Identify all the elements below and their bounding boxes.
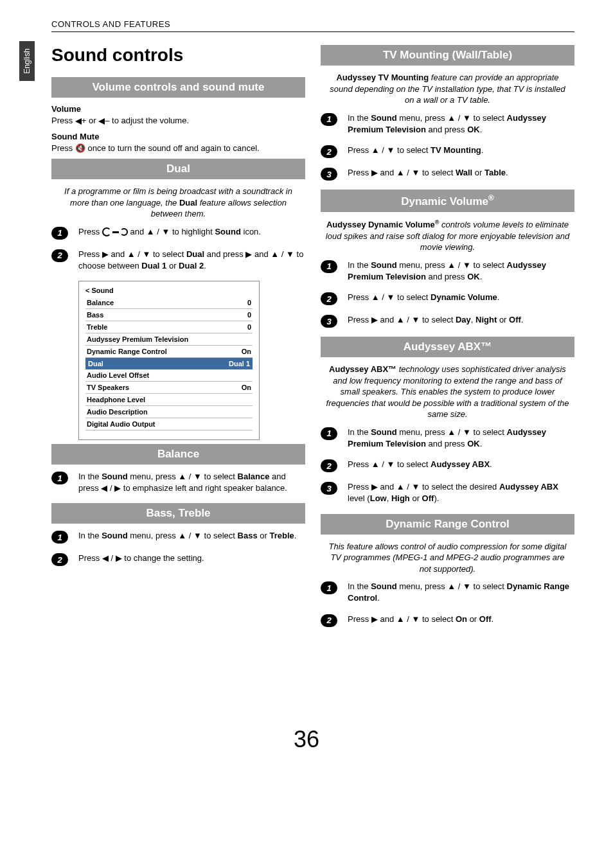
txt: and press (426, 272, 467, 281)
txt: or (258, 531, 270, 540)
dynvol-intro: Audyssey Dynamic Volume® controls volume… (324, 218, 571, 253)
txt: or (497, 315, 509, 324)
step-number-icon: 1 (321, 581, 337, 594)
txt: Dual (179, 198, 197, 208)
txt: Press ▶ and ▲ / ▼ to select (348, 614, 456, 624)
left-column: Sound controls Volume controls and sound… (51, 41, 305, 636)
menu-row-value: 0 (247, 323, 251, 331)
dynvol-step-3: 3 Press ▶ and ▲ / ▼ to select Day, Night… (321, 314, 574, 328)
txt: Dual (186, 249, 204, 259)
menu-row: Treble0 (85, 321, 253, 333)
dynvol-step-2: 2 Press ▲ / ▼ to select Dynamic Volume. (321, 292, 574, 305)
txt: Press ▶ and ▲ / ▼ to select (348, 315, 456, 324)
menu-row-label: Dual (88, 360, 103, 368)
txt: . (506, 168, 508, 177)
txt: Press ▲ / ▼ to select (348, 145, 431, 155)
txt: Sound (371, 260, 396, 270)
txt: Treble (269, 531, 294, 540)
txt: Press ▲ / ▼ to select (348, 292, 431, 302)
txt: menu, press ▲ / ▼ to select (128, 472, 238, 481)
txt: Dual 2 (179, 261, 204, 270)
txt: , (387, 493, 391, 503)
txt: Off (422, 493, 434, 503)
txt: In the (348, 113, 371, 123)
txt: or (166, 261, 179, 270)
balance-step-1: 1 In the Sound menu, press ▲ / ▼ to sele… (51, 471, 305, 494)
txt: OK (467, 272, 480, 281)
txt: . (497, 292, 500, 302)
txt: Sound (371, 113, 396, 123)
txt: . (204, 261, 206, 270)
menu-title: < Sound (85, 287, 253, 294)
step-text: Press ▶ and ▲ / ▼ to select Wall or Tabl… (348, 167, 574, 179)
txt: Press ▶ and ▲ / ▼ to select (348, 168, 456, 177)
step-number-icon: 1 (321, 113, 337, 126)
section-dynvol-bar: Dynamic Volume® (321, 190, 574, 212)
dual-intro: If a programme or film is being broadcas… (55, 186, 301, 220)
step-number-icon: 1 (51, 227, 68, 240)
step-text: Press and ▲ / ▼ to highlight Sound icon. (78, 226, 305, 238)
txt: Balance (238, 472, 270, 481)
abx-intro: Audyssey ABX™ technology uses sophistica… (324, 364, 571, 420)
txt: . (294, 531, 297, 540)
basstreble-step-1: 1 In the Sound menu, press ▲ / ▼ to sele… (51, 530, 305, 544)
txt: , (471, 315, 475, 324)
txt: . (377, 593, 380, 603)
txt: + or (82, 116, 98, 125)
volume-text: Press + or – to adjust the volume. (51, 115, 305, 127)
tvmounting-step-2: 2 Press ▲ / ▼ to select TV Mounting. (321, 145, 574, 158)
txt: menu, press ▲ / ▼ to select (397, 427, 507, 437)
menu-row-label: Treble (87, 323, 107, 331)
txt: Audyssey TV Mounting (336, 73, 429, 82)
txt: Press (51, 116, 75, 125)
step-number-icon: 3 (321, 482, 337, 495)
txt: Dual 1 (141, 261, 166, 270)
txt: Sound (215, 227, 240, 236)
step-text: In the Sound menu, press ▲ / ▼ to select… (78, 530, 305, 542)
txt: and press (426, 439, 467, 448)
menu-row: DualDual 1 (85, 358, 253, 369)
step-text: In the Sound menu, press ▲ / ▼ to select… (348, 427, 574, 450)
step-number-icon: 2 (51, 553, 68, 566)
section-tvmounting-bar: TV Mounting (Wall/Table) (321, 45, 574, 66)
abx-step-2: 2 Press ▲ / ▼ to select Audyssey ABX. (321, 459, 574, 472)
txt: – to adjust the volume. (105, 116, 189, 125)
menu-row-label: Balance (87, 299, 114, 306)
txt: . (521, 315, 524, 324)
txt: . (480, 125, 483, 134)
tvmounting-intro: Audyssey TV Mounting feature can provide… (324, 72, 571, 106)
step-text: In the Sound menu, press ▲ / ▼ to select… (348, 112, 574, 136)
dual-step-1: 1 Press and ▲ / ▼ to highlight Sound ico… (51, 226, 305, 240)
txt: High (391, 493, 410, 503)
section-basstreble-bar: Bass, Treble (51, 503, 305, 524)
txt: Off (479, 614, 492, 624)
menu-row: Audio Level Offset (85, 369, 253, 382)
menu-row-value: 0 (247, 311, 251, 319)
txt: Low (370, 493, 387, 503)
txt: and press (426, 125, 467, 134)
menu-row: Bass0 (85, 309, 253, 321)
txt: Night (475, 315, 497, 324)
txt: Press ▲ / ▼ to select (348, 459, 431, 469)
txt: icon. (241, 227, 261, 236)
step-text: In the Sound menu, press ▲ / ▼ to select… (78, 471, 305, 494)
txt: Press ▶ and ▲ / ▼ to select the desired (348, 482, 499, 492)
menu-row-value: Dual 1 (229, 360, 250, 368)
txt: Table (484, 168, 506, 177)
drc-step-1: 1 In the Sound menu, press ▲ / ▼ to sele… (321, 581, 574, 604)
txt: Sound (102, 531, 127, 540)
drc-intro: This feature allows control of audio com… (324, 541, 571, 575)
menu-row-label: TV Speakers (87, 384, 129, 391)
step-text: In the Sound menu, press ▲ / ▼ to select… (348, 260, 574, 283)
step-text: Press ▶ and ▲ / ▼ to select On or Off. (348, 614, 574, 625)
tvmounting-step-3: 3 Press ▶ and ▲ / ▼ to select Wall or Ta… (321, 167, 574, 181)
language-tab: English (19, 41, 35, 81)
section-abx-bar: Audyssey ABX™ (321, 337, 574, 357)
section-volume-bar: Volume controls and sound mute (51, 77, 305, 98)
step-number-icon: 2 (51, 249, 68, 262)
right-column: TV Mounting (Wall/Table) Audyssey TV Mou… (321, 41, 574, 636)
txt: once to turn the sound off and again to … (85, 143, 260, 153)
txt: OK (467, 125, 480, 134)
txt: Press ▶ and ▲ / ▼ to select (78, 249, 186, 259)
txt: Wall (456, 168, 472, 177)
